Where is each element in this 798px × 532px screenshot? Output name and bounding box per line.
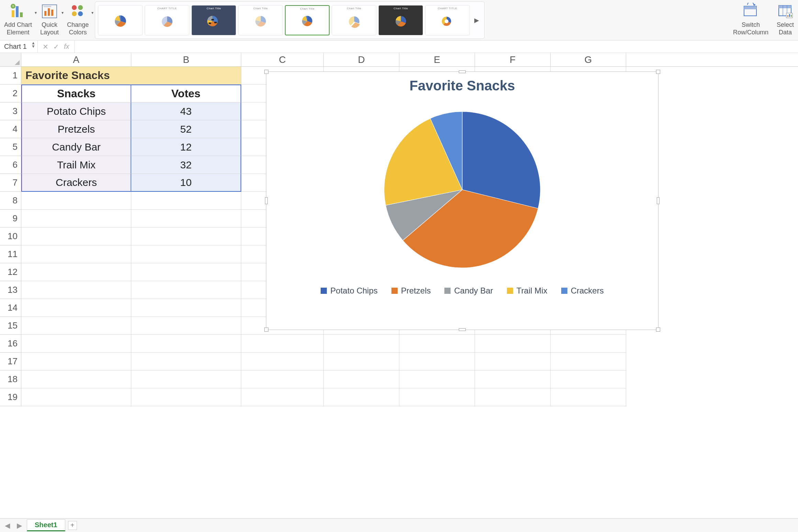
- cell-B15[interactable]: [131, 317, 241, 335]
- cell-B5[interactable]: 12: [131, 138, 241, 156]
- cell-F19[interactable]: [475, 388, 551, 406]
- cell-E16[interactable]: [399, 335, 475, 353]
- column-header-B[interactable]: B: [131, 53, 241, 66]
- cell-A4[interactable]: Pretzels: [21, 120, 131, 138]
- chart-style-thumb-7[interactable]: Chart Title: [378, 5, 423, 35]
- legend-item-trail-mix[interactable]: Trail Mix: [507, 286, 547, 296]
- tab-nav-next-icon[interactable]: ▶: [15, 521, 24, 530]
- chart-style-thumb-1[interactable]: [98, 5, 143, 35]
- chart-style-thumb-8[interactable]: CHART TITLE: [425, 5, 470, 35]
- cell-C18[interactable]: [241, 370, 324, 388]
- chart-style-thumb-4[interactable]: Chart Title: [238, 5, 283, 35]
- cell-D16[interactable]: [324, 335, 399, 353]
- cell-A13[interactable]: [21, 281, 131, 299]
- row-header-9[interactable]: 9: [0, 210, 21, 228]
- switch-row-column-button[interactable]: Switch Row/Column: [731, 1, 771, 39]
- embedded-chart[interactable]: Favorite Snacks Potato ChipsPretzelsCand…: [266, 71, 658, 330]
- chart-style-thumb-3[interactable]: Chart Title: [191, 5, 236, 35]
- cell-A19[interactable]: [21, 388, 131, 406]
- legend-item-potato-chips[interactable]: Potato Chips: [321, 286, 377, 296]
- cell-B8[interactable]: [131, 192, 241, 210]
- cell-G17[interactable]: [551, 353, 626, 370]
- cell-A9[interactable]: [21, 210, 131, 228]
- accept-formula-icon[interactable]: ✓: [53, 43, 59, 51]
- column-header-A[interactable]: A: [21, 53, 131, 66]
- row-header-3[interactable]: 3: [0, 102, 21, 120]
- row-header-6[interactable]: 6: [0, 156, 21, 174]
- row-header-15[interactable]: 15: [0, 317, 21, 335]
- cell-A1[interactable]: Favorite Snacks: [21, 67, 241, 85]
- name-box-spinner-icon[interactable]: ▲▼: [31, 41, 35, 48]
- cell-G19[interactable]: [551, 388, 626, 406]
- cell-C17[interactable]: [241, 353, 324, 370]
- sheet-tab-active[interactable]: Sheet1: [27, 519, 65, 531]
- column-header-G[interactable]: G: [551, 53, 626, 66]
- chart-style-thumb-6[interactable]: Chart Title: [332, 5, 376, 35]
- cell-B16[interactable]: [131, 335, 241, 353]
- select-data-button[interactable]: Select Data: [775, 1, 796, 39]
- chart-style-thumb-5-selected[interactable]: Chart Title: [285, 5, 330, 35]
- cell-B12[interactable]: [131, 263, 241, 281]
- row-header-5[interactable]: 5: [0, 138, 21, 156]
- row-header-13[interactable]: 13: [0, 281, 21, 299]
- row-header-16[interactable]: 16: [0, 335, 21, 353]
- cell-F18[interactable]: [475, 370, 551, 388]
- cell-A16[interactable]: [21, 335, 131, 353]
- cell-A2[interactable]: Snacks: [21, 85, 131, 102]
- style-gallery-more-button[interactable]: ▶: [472, 5, 481, 35]
- cell-B13[interactable]: [131, 281, 241, 299]
- cell-A5[interactable]: Candy Bar: [21, 138, 131, 156]
- cell-B11[interactable]: [131, 245, 241, 263]
- cell-A14[interactable]: [21, 299, 131, 317]
- cell-B18[interactable]: [131, 370, 241, 388]
- cell-F17[interactable]: [475, 353, 551, 370]
- row-header-17[interactable]: 17: [0, 353, 21, 370]
- cell-A10[interactable]: [21, 228, 131, 245]
- tab-nav-prev-icon[interactable]: ◀: [3, 521, 12, 530]
- cell-A8[interactable]: [21, 192, 131, 210]
- select-all-corner[interactable]: [0, 53, 21, 67]
- legend-item-pretzels[interactable]: Pretzels: [391, 286, 431, 296]
- row-header-11[interactable]: 11: [0, 245, 21, 263]
- row-header-2[interactable]: 2: [0, 85, 21, 102]
- cell-A17[interactable]: [21, 353, 131, 370]
- row-header-10[interactable]: 10: [0, 228, 21, 245]
- cell-D17[interactable]: [324, 353, 399, 370]
- cell-B14[interactable]: [131, 299, 241, 317]
- column-header-C[interactable]: C: [241, 53, 324, 66]
- row-header-7[interactable]: 7: [0, 174, 21, 192]
- column-header-F[interactable]: F: [475, 53, 551, 66]
- cell-G16[interactable]: [551, 335, 626, 353]
- cell-C19[interactable]: [241, 388, 324, 406]
- cell-A15[interactable]: [21, 317, 131, 335]
- cell-B6[interactable]: 32: [131, 156, 241, 174]
- add-sheet-button[interactable]: +: [68, 521, 77, 530]
- cell-B7[interactable]: 10: [131, 174, 241, 192]
- cell-B9[interactable]: [131, 210, 241, 228]
- row-header-12[interactable]: 12: [0, 263, 21, 281]
- chart-plot-area[interactable]: [266, 93, 658, 286]
- row-header-14[interactable]: 14: [0, 299, 21, 317]
- cell-A18[interactable]: [21, 370, 131, 388]
- cell-A11[interactable]: [21, 245, 131, 263]
- row-header-8[interactable]: 8: [0, 192, 21, 210]
- column-header-E[interactable]: E: [399, 53, 475, 66]
- add-chart-element-button[interactable]: + ▾ Add Chart Element: [2, 1, 34, 39]
- chart-title[interactable]: Favorite Snacks: [266, 72, 658, 93]
- cell-B19[interactable]: [131, 388, 241, 406]
- cell-B10[interactable]: [131, 228, 241, 245]
- cell-B4[interactable]: 52: [131, 120, 241, 138]
- fx-icon[interactable]: fx: [64, 43, 69, 51]
- cell-D19[interactable]: [324, 388, 399, 406]
- cell-G18[interactable]: [551, 370, 626, 388]
- cell-B2[interactable]: Votes: [131, 85, 241, 102]
- cell-E17[interactable]: [399, 353, 475, 370]
- cell-D18[interactable]: [324, 370, 399, 388]
- chart-legend[interactable]: Potato ChipsPretzelsCandy BarTrail MixCr…: [266, 286, 658, 302]
- cell-E18[interactable]: [399, 370, 475, 388]
- chart-style-thumb-2[interactable]: CHART TITLE: [145, 5, 189, 35]
- row-header-19[interactable]: 19: [0, 388, 21, 406]
- cell-A7[interactable]: Crackers: [21, 174, 131, 192]
- row-header-1[interactable]: 1: [0, 67, 21, 85]
- quick-layout-button[interactable]: ▾ Quick Layout: [38, 1, 61, 39]
